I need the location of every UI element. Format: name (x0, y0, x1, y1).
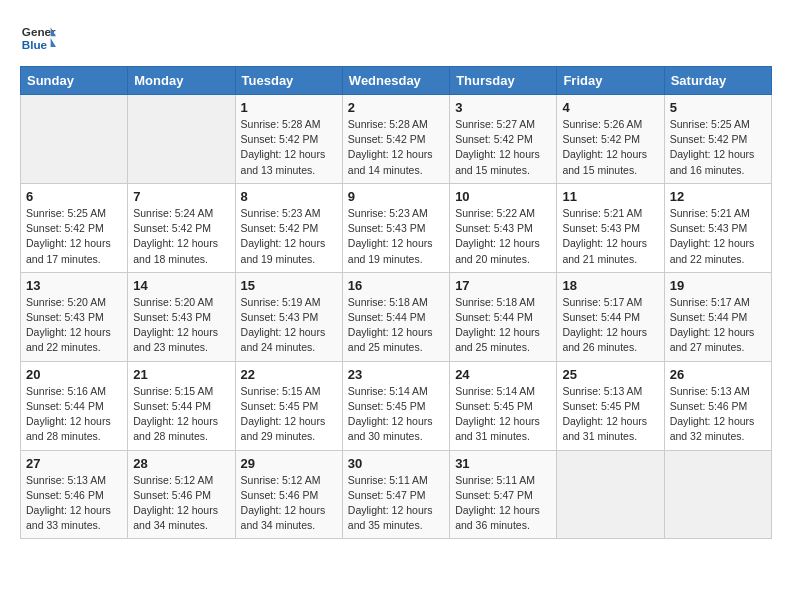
day-number: 31 (455, 456, 551, 471)
col-header-monday: Monday (128, 67, 235, 95)
calendar-cell: 29 Sunrise: 5:12 AMSunset: 5:46 PMDaylig… (235, 450, 342, 539)
calendar-cell: 25 Sunrise: 5:13 AMSunset: 5:45 PMDaylig… (557, 361, 664, 450)
calendar-cell: 9 Sunrise: 5:23 AMSunset: 5:43 PMDayligh… (342, 183, 449, 272)
calendar-cell: 31 Sunrise: 5:11 AMSunset: 5:47 PMDaylig… (450, 450, 557, 539)
day-info: Sunrise: 5:20 AMSunset: 5:43 PMDaylight:… (26, 295, 122, 356)
day-number: 1 (241, 100, 337, 115)
day-info: Sunrise: 5:11 AMSunset: 5:47 PMDaylight:… (455, 473, 551, 534)
calendar-cell: 20 Sunrise: 5:16 AMSunset: 5:44 PMDaylig… (21, 361, 128, 450)
col-header-friday: Friday (557, 67, 664, 95)
day-number: 27 (26, 456, 122, 471)
day-info: Sunrise: 5:17 AMSunset: 5:44 PMDaylight:… (562, 295, 658, 356)
day-number: 2 (348, 100, 444, 115)
calendar-cell: 1 Sunrise: 5:28 AMSunset: 5:42 PMDayligh… (235, 95, 342, 184)
calendar-cell: 16 Sunrise: 5:18 AMSunset: 5:44 PMDaylig… (342, 272, 449, 361)
day-info: Sunrise: 5:15 AMSunset: 5:45 PMDaylight:… (241, 384, 337, 445)
calendar-cell: 10 Sunrise: 5:22 AMSunset: 5:43 PMDaylig… (450, 183, 557, 272)
day-info: Sunrise: 5:20 AMSunset: 5:43 PMDaylight:… (133, 295, 229, 356)
day-info: Sunrise: 5:18 AMSunset: 5:44 PMDaylight:… (455, 295, 551, 356)
calendar-cell: 5 Sunrise: 5:25 AMSunset: 5:42 PMDayligh… (664, 95, 771, 184)
day-number: 24 (455, 367, 551, 382)
calendar-cell: 17 Sunrise: 5:18 AMSunset: 5:44 PMDaylig… (450, 272, 557, 361)
calendar-cell: 19 Sunrise: 5:17 AMSunset: 5:44 PMDaylig… (664, 272, 771, 361)
day-info: Sunrise: 5:27 AMSunset: 5:42 PMDaylight:… (455, 117, 551, 178)
day-info: Sunrise: 5:13 AMSunset: 5:45 PMDaylight:… (562, 384, 658, 445)
calendar-cell: 11 Sunrise: 5:21 AMSunset: 5:43 PMDaylig… (557, 183, 664, 272)
calendar-cell: 3 Sunrise: 5:27 AMSunset: 5:42 PMDayligh… (450, 95, 557, 184)
col-header-tuesday: Tuesday (235, 67, 342, 95)
day-number: 19 (670, 278, 766, 293)
day-number: 12 (670, 189, 766, 204)
calendar-cell: 22 Sunrise: 5:15 AMSunset: 5:45 PMDaylig… (235, 361, 342, 450)
day-info: Sunrise: 5:26 AMSunset: 5:42 PMDaylight:… (562, 117, 658, 178)
day-info: Sunrise: 5:17 AMSunset: 5:44 PMDaylight:… (670, 295, 766, 356)
calendar-cell: 12 Sunrise: 5:21 AMSunset: 5:43 PMDaylig… (664, 183, 771, 272)
calendar-cell: 24 Sunrise: 5:14 AMSunset: 5:45 PMDaylig… (450, 361, 557, 450)
logo: General Blue (20, 20, 56, 56)
calendar-cell: 28 Sunrise: 5:12 AMSunset: 5:46 PMDaylig… (128, 450, 235, 539)
calendar-cell: 30 Sunrise: 5:11 AMSunset: 5:47 PMDaylig… (342, 450, 449, 539)
day-number: 7 (133, 189, 229, 204)
calendar-cell: 8 Sunrise: 5:23 AMSunset: 5:42 PMDayligh… (235, 183, 342, 272)
day-number: 21 (133, 367, 229, 382)
day-number: 22 (241, 367, 337, 382)
col-header-sunday: Sunday (21, 67, 128, 95)
day-number: 26 (670, 367, 766, 382)
day-info: Sunrise: 5:28 AMSunset: 5:42 PMDaylight:… (241, 117, 337, 178)
day-number: 28 (133, 456, 229, 471)
day-info: Sunrise: 5:23 AMSunset: 5:43 PMDaylight:… (348, 206, 444, 267)
day-info: Sunrise: 5:12 AMSunset: 5:46 PMDaylight:… (133, 473, 229, 534)
day-number: 25 (562, 367, 658, 382)
day-number: 29 (241, 456, 337, 471)
calendar-cell: 4 Sunrise: 5:26 AMSunset: 5:42 PMDayligh… (557, 95, 664, 184)
day-info: Sunrise: 5:18 AMSunset: 5:44 PMDaylight:… (348, 295, 444, 356)
col-header-wednesday: Wednesday (342, 67, 449, 95)
day-number: 10 (455, 189, 551, 204)
day-info: Sunrise: 5:28 AMSunset: 5:42 PMDaylight:… (348, 117, 444, 178)
calendar-cell: 27 Sunrise: 5:13 AMSunset: 5:46 PMDaylig… (21, 450, 128, 539)
day-number: 4 (562, 100, 658, 115)
logo-icon: General Blue (20, 20, 56, 56)
day-info: Sunrise: 5:23 AMSunset: 5:42 PMDaylight:… (241, 206, 337, 267)
calendar-cell: 26 Sunrise: 5:13 AMSunset: 5:46 PMDaylig… (664, 361, 771, 450)
day-info: Sunrise: 5:13 AMSunset: 5:46 PMDaylight:… (26, 473, 122, 534)
calendar-table: SundayMondayTuesdayWednesdayThursdayFrid… (20, 66, 772, 539)
calendar-cell: 23 Sunrise: 5:14 AMSunset: 5:45 PMDaylig… (342, 361, 449, 450)
day-number: 17 (455, 278, 551, 293)
day-number: 18 (562, 278, 658, 293)
day-info: Sunrise: 5:24 AMSunset: 5:42 PMDaylight:… (133, 206, 229, 267)
day-number: 3 (455, 100, 551, 115)
day-number: 16 (348, 278, 444, 293)
calendar-cell (21, 95, 128, 184)
day-number: 30 (348, 456, 444, 471)
day-info: Sunrise: 5:15 AMSunset: 5:44 PMDaylight:… (133, 384, 229, 445)
calendar-cell: 14 Sunrise: 5:20 AMSunset: 5:43 PMDaylig… (128, 272, 235, 361)
day-number: 6 (26, 189, 122, 204)
day-number: 9 (348, 189, 444, 204)
day-info: Sunrise: 5:21 AMSunset: 5:43 PMDaylight:… (562, 206, 658, 267)
day-number: 14 (133, 278, 229, 293)
col-header-thursday: Thursday (450, 67, 557, 95)
calendar-cell: 13 Sunrise: 5:20 AMSunset: 5:43 PMDaylig… (21, 272, 128, 361)
day-info: Sunrise: 5:25 AMSunset: 5:42 PMDaylight:… (670, 117, 766, 178)
day-number: 8 (241, 189, 337, 204)
day-info: Sunrise: 5:19 AMSunset: 5:43 PMDaylight:… (241, 295, 337, 356)
day-info: Sunrise: 5:22 AMSunset: 5:43 PMDaylight:… (455, 206, 551, 267)
calendar-cell: 7 Sunrise: 5:24 AMSunset: 5:42 PMDayligh… (128, 183, 235, 272)
day-number: 23 (348, 367, 444, 382)
calendar-cell (128, 95, 235, 184)
day-info: Sunrise: 5:12 AMSunset: 5:46 PMDaylight:… (241, 473, 337, 534)
day-info: Sunrise: 5:13 AMSunset: 5:46 PMDaylight:… (670, 384, 766, 445)
calendar-cell: 21 Sunrise: 5:15 AMSunset: 5:44 PMDaylig… (128, 361, 235, 450)
day-info: Sunrise: 5:11 AMSunset: 5:47 PMDaylight:… (348, 473, 444, 534)
calendar-cell (557, 450, 664, 539)
day-info: Sunrise: 5:14 AMSunset: 5:45 PMDaylight:… (348, 384, 444, 445)
col-header-saturday: Saturday (664, 67, 771, 95)
page-header: General Blue (20, 20, 772, 56)
svg-text:Blue: Blue (22, 38, 48, 51)
day-info: Sunrise: 5:16 AMSunset: 5:44 PMDaylight:… (26, 384, 122, 445)
day-info: Sunrise: 5:14 AMSunset: 5:45 PMDaylight:… (455, 384, 551, 445)
day-number: 20 (26, 367, 122, 382)
day-info: Sunrise: 5:25 AMSunset: 5:42 PMDaylight:… (26, 206, 122, 267)
day-number: 11 (562, 189, 658, 204)
